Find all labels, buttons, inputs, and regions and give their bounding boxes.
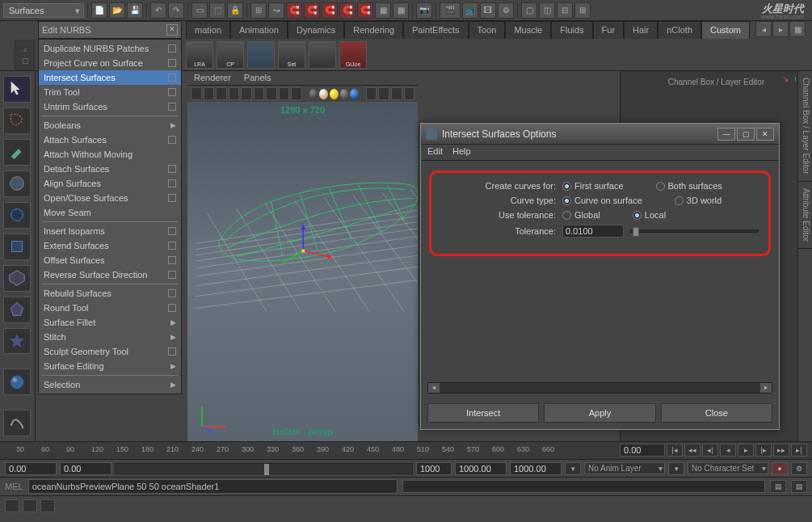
- option-box-icon[interactable]: [168, 44, 176, 53]
- shelf-control[interactable]: ▵▢: [15, 40, 36, 70]
- character-set-dropdown[interactable]: No Character Set: [688, 462, 768, 474]
- module-tab-rendering[interactable]: Rendering: [344, 21, 403, 39]
- nurbs-menu-item[interactable]: Selection▶: [39, 377, 181, 392]
- nurbs-menu-item[interactable]: Project Curve on Surface: [39, 56, 181, 70]
- nurbs-menu-item[interactable]: Intersect Surfaces: [39, 70, 181, 85]
- layout-tool[interactable]: [3, 410, 31, 436]
- shelf-item[interactable]: [309, 41, 336, 69]
- vp-btn[interactable]: [191, 87, 202, 100]
- scale-tool[interactable]: [3, 234, 31, 260]
- module-tab-fluids[interactable]: Fluids: [551, 21, 592, 39]
- nurbs-menu-item[interactable]: Insert Isoparms: [39, 224, 181, 238]
- vp-btn[interactable]: [366, 87, 377, 100]
- module-tab-custom[interactable]: Custom: [701, 21, 750, 39]
- timeline-ruler[interactable]: |◂ ◂◂ ◂| ◂ ▸ |▸ ▸▸ ▸| 306090120150180210…: [0, 442, 812, 460]
- option-box-icon[interactable]: [168, 59, 176, 67]
- snap-view-icon[interactable]: 🧲: [322, 2, 338, 19]
- layout-1-icon[interactable]: ▢: [521, 2, 537, 19]
- range-menu-icon[interactable]: ▾: [565, 462, 581, 475]
- nurbs-menu-item[interactable]: Stitch▶: [39, 330, 181, 344]
- tab-menu-icon[interactable]: ▦: [789, 21, 806, 37]
- nurbs-menu-item[interactable]: Untrim Surfaces: [39, 99, 181, 114]
- history-off-icon[interactable]: ▦: [393, 2, 409, 19]
- range-end-inner[interactable]: [455, 462, 507, 475]
- shade-sphere-icon[interactable]: [319, 89, 328, 99]
- select-tool[interactable]: [3, 76, 31, 103]
- scroll-right-icon[interactable]: ▸: [760, 383, 772, 393]
- snap-curve-icon[interactable]: ↝: [268, 2, 284, 19]
- tab-prev-icon[interactable]: ◂: [755, 21, 772, 37]
- intersect-button[interactable]: Intersect: [427, 403, 539, 423]
- file-save-icon[interactable]: 💾: [127, 2, 143, 19]
- layout-2-icon[interactable]: ◫: [539, 2, 555, 19]
- vp-btn[interactable]: [216, 87, 227, 100]
- snap-point-icon[interactable]: 🧲: [286, 2, 302, 19]
- go-end-icon[interactable]: ▸|: [791, 444, 807, 457]
- nurbs-menu-item[interactable]: Trim Tool: [39, 85, 181, 99]
- dialog-menu-help[interactable]: Help: [452, 146, 471, 158]
- vp-btn[interactable]: [204, 87, 215, 100]
- command-input[interactable]: [28, 479, 398, 494]
- anim-layer-dropdown[interactable]: No Anim Layer: [584, 462, 665, 474]
- shelf-item[interactable]: LRA: [186, 41, 213, 69]
- prev-key-icon[interactable]: ◂|: [702, 444, 718, 457]
- nurbs-menu-item[interactable]: Detach Surfaces: [39, 162, 181, 176]
- range-knob[interactable]: [264, 464, 269, 475]
- vp-btn[interactable]: [241, 87, 252, 100]
- nurbs-menu-item[interactable]: Align Surfaces: [39, 176, 181, 191]
- nurbs-menu-item[interactable]: Rebuild Surfaces: [39, 286, 181, 301]
- radio-local[interactable]: [633, 211, 642, 220]
- vp-btn[interactable]: [404, 87, 415, 100]
- module-tab-toon[interactable]: Toon: [469, 21, 506, 39]
- option-box-icon[interactable]: [168, 256, 176, 264]
- lasso-tool[interactable]: [3, 107, 31, 134]
- ipr-icon[interactable]: 📺: [462, 2, 478, 19]
- radio-both-surfaces[interactable]: [656, 182, 665, 191]
- module-tab-painteffects[interactable]: PaintEffects: [403, 21, 469, 39]
- nurbs-menu-item[interactable]: Sculpt Geometry Tool: [39, 344, 181, 359]
- module-tab-muscle[interactable]: Muscle: [505, 21, 551, 39]
- vtab-channel-box[interactable]: Channel Box / Layer Editor: [798, 71, 812, 182]
- vp-btn[interactable]: [266, 87, 277, 100]
- history-on-icon[interactable]: ▦: [375, 2, 391, 19]
- option-box-icon[interactable]: [168, 271, 176, 279]
- render-view-icon[interactable]: 🎬: [440, 2, 461, 19]
- option-box-icon[interactable]: [168, 304, 176, 312]
- shade-sphere-icon[interactable]: [309, 89, 318, 99]
- dialog-menu-edit[interactable]: Edit: [427, 146, 443, 158]
- option-box-icon[interactable]: [168, 88, 176, 96]
- shade-sphere-icon[interactable]: [340, 89, 349, 99]
- option-box-icon[interactable]: [168, 347, 176, 356]
- close-icon[interactable]: ✕: [756, 128, 774, 141]
- slider-thumb[interactable]: [633, 227, 639, 237]
- nurbs-menu-item[interactable]: Surface Editing▶: [39, 359, 181, 373]
- autokey-icon[interactable]: ●: [772, 462, 788, 475]
- dialog-titlebar[interactable]: Intersect Surfaces Options — ▢ ✕: [421, 124, 779, 145]
- nurbs-menu-item[interactable]: Extend Surfaces: [39, 238, 181, 253]
- nurbs-menu-item[interactable]: Move Seam: [39, 205, 181, 220]
- module-tab-animation[interactable]: Animation: [230, 21, 288, 39]
- snap-grid-icon[interactable]: ⊞: [250, 2, 267, 19]
- radio-first-surface[interactable]: [562, 182, 571, 191]
- nurbs-menu-item[interactable]: Attach Surfaces: [39, 133, 181, 147]
- tolerance-slider[interactable]: [630, 229, 759, 233]
- nurbs-menu-item[interactable]: Booleans▶: [39, 118, 181, 133]
- soft-mod-tool[interactable]: [3, 297, 31, 323]
- snap-live-icon[interactable]: 🧲: [339, 2, 356, 19]
- option-box-icon[interactable]: [168, 179, 176, 187]
- redo-icon[interactable]: ↷: [168, 2, 184, 19]
- nurbs-menu-item[interactable]: Round Tool: [39, 301, 181, 315]
- maximize-icon[interactable]: ▢: [737, 128, 755, 141]
- select-icon[interactable]: ▭: [191, 2, 208, 19]
- snap-plane-icon[interactable]: 🧲: [304, 2, 320, 19]
- paint-tool[interactable]: [3, 139, 31, 166]
- show-manip-tool[interactable]: [3, 328, 31, 355]
- option-box-icon[interactable]: [168, 74, 176, 82]
- layout-4-icon[interactable]: ⊞: [574, 2, 591, 19]
- go-start-icon[interactable]: |◂: [667, 444, 683, 457]
- current-time-field[interactable]: [620, 444, 665, 457]
- script-editor-icon[interactable]: ▤: [770, 480, 786, 493]
- vp-btn[interactable]: [254, 87, 265, 100]
- radio-global[interactable]: [562, 211, 571, 220]
- vp-btn[interactable]: [291, 87, 302, 100]
